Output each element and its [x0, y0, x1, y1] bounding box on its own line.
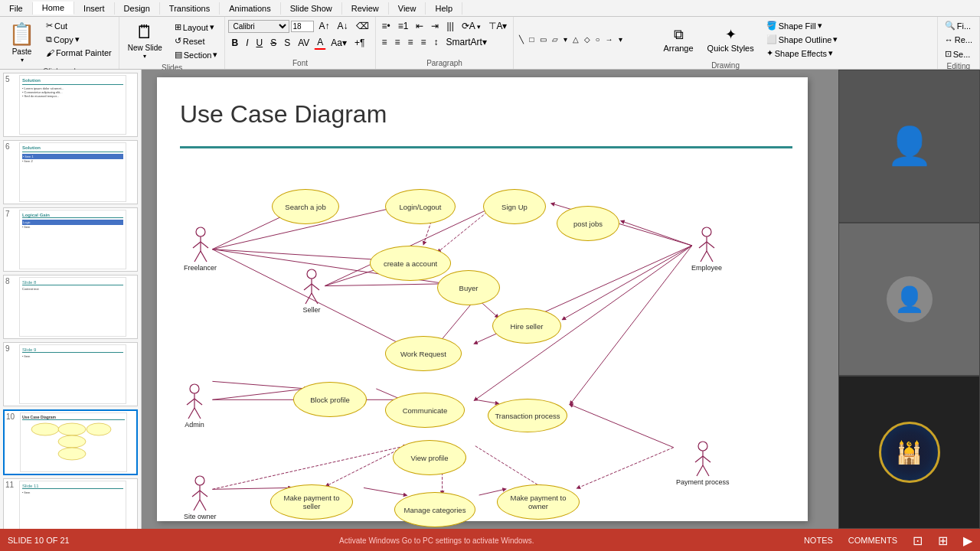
copy-button[interactable]: ⧉ Copy ▾ [42, 33, 116, 46]
shape-rounded-rect[interactable]: ▭ [537, 34, 549, 45]
ribbon-clipboard: 📋 Paste ▾ ✂ Cut ⧉ Copy ▾ 🖌 Format Painte… [0, 17, 119, 69]
replace-button[interactable]: ↔ Re... [941, 34, 976, 46]
align-left-button[interactable]: ≡ [379, 35, 390, 49]
justify-button[interactable]: ≡ [418, 35, 430, 49]
comments-button[interactable]: COMMENTS [848, 536, 897, 545]
decrease-indent-button[interactable]: ⇤ [413, 19, 426, 33]
italic-button[interactable]: I [243, 36, 251, 50]
shape-line[interactable]: ╲ [517, 34, 526, 45]
shape-rect[interactable]: □ [527, 34, 536, 45]
layout-button[interactable]: ⊞ Layout ▾ [171, 21, 222, 34]
svg-line-23 [439, 299, 475, 344]
svg-line-28 [571, 405, 674, 448]
section-button[interactable]: ▤ Section ▾ [171, 48, 222, 61]
slide-thumb-7[interactable]: 7 Logical Gain Logic • Item [3, 207, 138, 272]
bold-button[interactable]: B [228, 36, 241, 50]
shape-outline-button[interactable]: ⬜ Shape Outline ▾ [763, 33, 842, 46]
slide-thumb-11[interactable]: 11 Slide 11 • Item [3, 478, 138, 529]
shape-arrow[interactable]: → [603, 34, 616, 45]
tab-transitions[interactable]: Transitions [160, 2, 220, 15]
new-slide-button[interactable]: 🗒 New Slide ▾ [122, 19, 168, 62]
uc-transaction-process: Transaction process [488, 399, 567, 432]
numbered-list-button[interactable]: ≡1 [395, 19, 412, 33]
char-spacing-button[interactable]: AV [295, 36, 312, 50]
find-button[interactable]: 🔍 Fi... [941, 19, 975, 32]
tab-insert[interactable]: Insert [74, 2, 115, 15]
font-decrease-button[interactable]: A↓ [335, 19, 351, 33]
align-text-button[interactable]: ⊤A▾ [485, 19, 510, 33]
align-right-button[interactable]: ≡ [405, 35, 416, 49]
shape-fill-button[interactable]: 🪣 Shape Fill ▾ [763, 19, 842, 32]
slide-canvas[interactable]: Use Case Diagram [157, 77, 808, 521]
arrange-button[interactable]: ⧉ Arrange [658, 24, 698, 55]
svg-line-19 [571, 246, 692, 403]
tab-review[interactable]: Review [342, 2, 389, 15]
increase-dec-button[interactable]: +¶ [351, 36, 368, 50]
view-slidesorter-icon[interactable]: ⊞ [938, 533, 948, 548]
title-underline [180, 146, 792, 148]
underline-button[interactable]: U [253, 36, 266, 50]
view-normal-icon[interactable]: ⊡ [913, 533, 923, 548]
tab-view[interactable]: View [389, 2, 426, 15]
svg-line-65 [701, 251, 707, 262]
increase-indent-button[interactable]: ⇥ [428, 19, 442, 33]
slide-thumb-6[interactable]: 6 Solution • Item 1 • Item 2 [3, 140, 138, 204]
tab-design[interactable]: Design [115, 2, 160, 15]
clear-format-button[interactable]: ⌫ [353, 19, 372, 33]
strikethrough-button[interactable]: S [267, 36, 279, 50]
shape-circle[interactable]: ○ [593, 34, 603, 45]
shape-diamond[interactable]: ◇ [582, 34, 593, 45]
actor-admin: Admin [184, 383, 205, 429]
shape-more[interactable]: ▾ [561, 34, 570, 45]
tab-help[interactable]: Help [426, 2, 462, 15]
slide-thumb-8[interactable]: 8 Slide 8 Content text [3, 275, 138, 339]
columns-button[interactable]: ||| [443, 19, 456, 33]
svg-line-63 [699, 242, 707, 248]
svg-line-70 [703, 456, 710, 462]
bullets-button[interactable]: ≡• [379, 19, 394, 33]
tab-file[interactable]: File [0, 2, 33, 15]
svg-line-42 [201, 251, 207, 262]
uc-manage-categories: Manage categories [394, 492, 475, 527]
svg-line-30 [212, 446, 405, 490]
svg-line-7 [212, 249, 387, 260]
svg-point-37 [196, 227, 205, 236]
font-size-input2[interactable]: Aa▾ [328, 36, 350, 50]
tab-home[interactable]: Home [33, 2, 74, 15]
ribbon-editing: 🔍 Fi... ↔ Re... ⊡ Se... Editing [938, 17, 980, 69]
shadow-button[interactable]: S [281, 36, 293, 50]
select-button[interactable]: ⊡ Se... [941, 47, 975, 60]
slides-panel: 5 Solution • Lorem ipsum dolor sit amet.… [0, 70, 142, 529]
slide-thumb-10[interactable]: 10 Use Case Diagram [3, 409, 138, 475]
reset-button[interactable]: ↺ Reset [171, 34, 222, 47]
font-family-select[interactable]: Calibri [228, 20, 289, 33]
mosque-icon: 🕌 [896, 440, 923, 465]
actor-site-owner: Site owner [184, 475, 217, 520]
line-spacing-button[interactable]: ↕ [431, 35, 442, 49]
shape-effects-button[interactable]: ✦ Shape Effects ▾ [763, 47, 842, 60]
slide-thumb-9[interactable]: 9 Slide 9 • Item [3, 342, 138, 406]
slide-thumb-5[interactable]: 5 Solution • Lorem ipsum dolor sit amet.… [3, 73, 138, 137]
align-center-button[interactable]: ≡ [392, 35, 403, 49]
uc-sign-up: Sign Up [483, 189, 546, 224]
svg-line-31 [212, 487, 290, 489]
view-reading-icon[interactable]: ▶ [963, 533, 972, 548]
convert-smartart-button[interactable]: SmartArt▾ [443, 35, 490, 49]
tab-slideshow[interactable]: Slide Show [281, 2, 342, 15]
paste-button[interactable]: 📋 Paste ▾ [3, 19, 41, 66]
shape-more2[interactable]: ▾ [616, 34, 625, 45]
svg-line-53 [188, 408, 194, 419]
font-color-button[interactable]: A [314, 35, 326, 50]
notes-button[interactable]: NOTES [804, 536, 833, 545]
svg-line-52 [194, 399, 202, 405]
format-painter-button[interactable]: 🖌 Format Painter [42, 47, 116, 59]
text-direction-button[interactable]: ⟳A ▾ [459, 19, 485, 33]
shape-triangle[interactable]: △ [570, 34, 581, 45]
cut-button[interactable]: ✂ Cut [42, 19, 116, 32]
tab-animations[interactable]: Animations [220, 2, 280, 15]
svg-point-2 [87, 423, 111, 435]
shape-parallelogram[interactable]: ▱ [550, 34, 560, 45]
font-increase-button[interactable]: A↑ [315, 19, 332, 33]
font-size-input[interactable] [291, 21, 314, 32]
quick-styles-button[interactable]: ✦ Quick Styles [702, 24, 760, 55]
